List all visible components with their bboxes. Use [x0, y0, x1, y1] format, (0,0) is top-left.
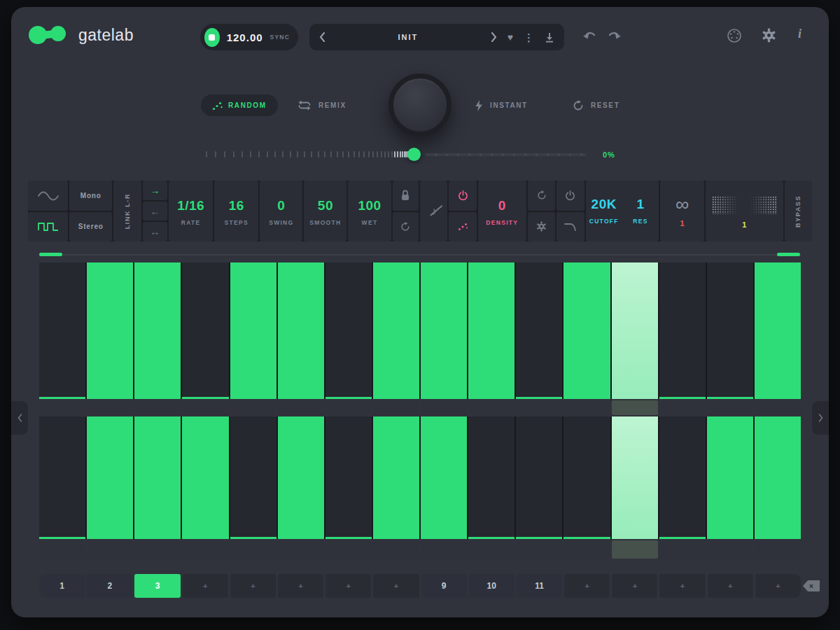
seq-step-bottom-4[interactable]	[182, 416, 228, 539]
filter-cutoff-res-control[interactable]: 20K CUTOFF 1 RES	[586, 181, 659, 241]
seq-step-top-16[interactable]	[755, 262, 801, 399]
stereo-button[interactable]: Stereo	[69, 212, 112, 242]
filter-type-button[interactable]	[556, 212, 584, 242]
pattern-slot-4[interactable]: +	[183, 574, 228, 598]
slider-track[interactable]	[426, 153, 587, 156]
redo-icon[interactable]	[608, 29, 622, 39]
remix-button[interactable]: REMIX	[298, 94, 346, 116]
pattern-slot-6[interactable]: +	[278, 574, 323, 598]
seq-step-bottom-5[interactable]	[230, 416, 276, 539]
bypass-button[interactable]: BYPASS	[785, 181, 812, 241]
sine-wave-button[interactable]	[28, 181, 68, 211]
sync-label[interactable]: SYNC	[270, 34, 290, 41]
pattern-slot-13[interactable]: +	[612, 574, 657, 598]
preset-prev-icon[interactable]	[319, 32, 326, 42]
seq-step-top-1[interactable]	[39, 262, 85, 399]
pattern-slot-5[interactable]: +	[230, 574, 276, 598]
seq-step-top-7[interactable]	[326, 262, 372, 399]
pattern-slot-12[interactable]: +	[564, 574, 610, 598]
pattern-slot-1[interactable]: 1	[39, 574, 85, 598]
rate-control[interactable]: 1/16 RATE	[169, 181, 213, 241]
seq-step-bottom-16[interactable]	[755, 416, 801, 539]
pattern-slot-15[interactable]: +	[708, 574, 753, 598]
loop-count-control[interactable]: ∞ 1	[660, 181, 704, 241]
filter-power-button[interactable]	[556, 181, 584, 211]
bpm-value[interactable]: 120.00	[227, 31, 263, 43]
download-icon[interactable]	[545, 32, 554, 43]
seq-step-top-11[interactable]	[516, 262, 562, 399]
loop-end-handle[interactable]	[777, 253, 800, 256]
pattern-slot-2[interactable]: 2	[87, 574, 132, 598]
lock-button[interactable]	[393, 181, 419, 211]
page-prev-button[interactable]	[11, 401, 28, 435]
pattern-slot-10[interactable]: 10	[469, 574, 514, 598]
lock-refresh-button[interactable]	[393, 212, 419, 242]
seq-step-top-15[interactable]	[707, 262, 753, 399]
direction-forward-button[interactable]: →	[143, 181, 167, 200]
seq-step-bottom-8[interactable]	[373, 416, 419, 539]
seq-step-top-6[interactable]	[278, 262, 324, 399]
seq-step-bottom-14[interactable]	[659, 416, 706, 539]
seq-step-top-5[interactable]	[230, 262, 276, 399]
filter-refresh-button[interactable]	[528, 181, 555, 211]
mono-button[interactable]: Mono	[69, 181, 112, 211]
direction-pingpong-button[interactable]: ↔	[143, 222, 167, 241]
seq-step-bottom-10[interactable]	[468, 416, 514, 539]
slider-thumb[interactable]	[407, 148, 421, 161]
seq-step-bottom-9[interactable]	[421, 416, 467, 539]
direction-backward-button[interactable]: ←	[143, 202, 167, 221]
info-icon[interactable]: i	[798, 27, 802, 41]
seq-step-top-12[interactable]	[564, 262, 610, 399]
filter-settings-button[interactable]	[528, 212, 555, 242]
seq-step-top-3[interactable]	[134, 262, 181, 399]
square-wave-button[interactable]	[28, 212, 68, 242]
pattern-slot-3[interactable]: 3	[134, 574, 180, 598]
seq-step-top-10[interactable]	[468, 262, 514, 399]
link-lr-label[interactable]: LINK L-R	[124, 193, 131, 229]
seq-step-bottom-2[interactable]	[87, 416, 133, 539]
seq-step-top-4[interactable]	[182, 262, 228, 399]
more-kebab-icon[interactable]: ⋮	[524, 32, 534, 43]
density-power-button[interactable]	[449, 181, 476, 211]
noise-control[interactable]: 1	[706, 181, 783, 241]
pattern-slot-16[interactable]: +	[755, 574, 801, 598]
pattern-slot-8[interactable]: +	[373, 574, 419, 598]
macro-knob[interactable]	[388, 74, 451, 136]
seq-step-top-2[interactable]	[87, 262, 133, 399]
pattern-slot-14[interactable]: +	[659, 574, 705, 598]
instant-button[interactable]: INSTANT	[475, 94, 528, 116]
seq-step-bottom-3[interactable]	[134, 416, 181, 539]
loop-start-handle[interactable]	[39, 253, 62, 256]
pattern-slot-11[interactable]: 11	[517, 574, 562, 598]
seq-step-bottom-12[interactable]	[564, 416, 610, 539]
reset-button[interactable]: RESET	[573, 94, 620, 116]
random-button[interactable]: RANDOM	[201, 94, 278, 116]
seq-step-top-9[interactable]	[421, 262, 467, 399]
delete-pattern-icon[interactable]: ×	[803, 580, 820, 592]
density-dots-button[interactable]	[449, 212, 476, 242]
pattern-slot-7[interactable]: +	[326, 574, 371, 598]
midi-icon[interactable]	[727, 28, 742, 43]
steps-control[interactable]: 16 STEPS	[214, 181, 258, 241]
smooth-control[interactable]: 50 SMOOTH	[304, 181, 346, 241]
seq-step-bottom-1[interactable]	[39, 416, 85, 539]
wet-control[interactable]: 100 WET	[348, 181, 391, 241]
stop-button[interactable]	[204, 28, 220, 47]
settings-gear-icon[interactable]	[762, 28, 776, 43]
seq-step-bottom-15[interactable]	[707, 416, 753, 539]
seq-step-bottom-13[interactable]	[612, 416, 658, 539]
seq-step-top-8[interactable]	[373, 262, 419, 399]
note-off-button[interactable]: ♪	[420, 181, 447, 241]
seq-step-top-13[interactable]	[612, 262, 658, 399]
undo-icon[interactable]	[582, 29, 596, 39]
seq-step-bottom-11[interactable]	[516, 416, 562, 539]
seq-step-bottom-6[interactable]	[278, 416, 324, 539]
pattern-slot-9[interactable]: 9	[421, 574, 467, 598]
preset-name[interactable]: INIT	[336, 33, 480, 41]
page-next-button[interactable]	[812, 401, 829, 435]
favorite-heart-icon[interactable]: ♥	[507, 32, 513, 42]
seq-step-top-14[interactable]	[659, 262, 706, 399]
preset-next-icon[interactable]	[491, 32, 497, 42]
seq-step-bottom-7[interactable]	[326, 416, 372, 539]
density-control[interactable]: 0 DENSITY	[478, 181, 526, 241]
